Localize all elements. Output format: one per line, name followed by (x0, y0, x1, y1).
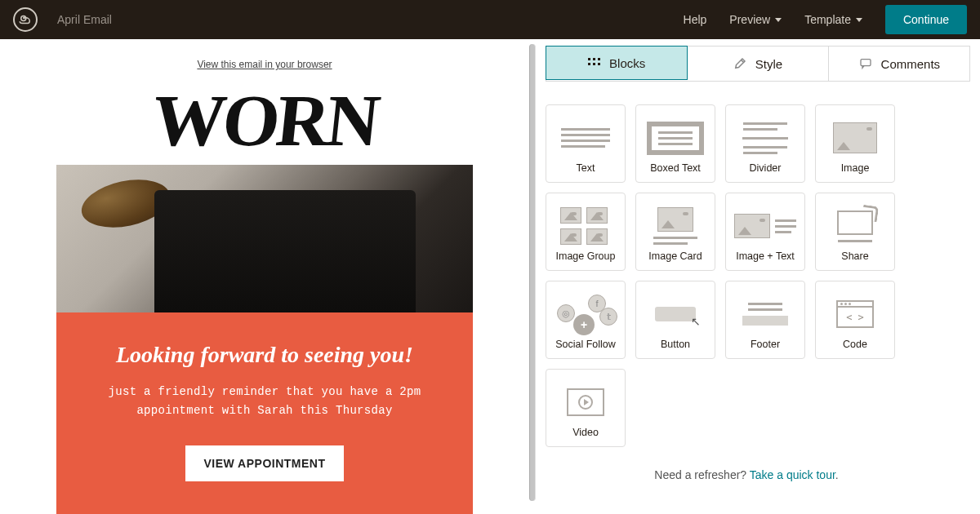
svg-rect-8 (861, 60, 871, 66)
comment-icon (858, 57, 873, 70)
tab-comments[interactable]: Comments (829, 47, 969, 81)
block-button[interactable]: ↖ Button (635, 281, 715, 359)
template-menu[interactable]: Template (804, 13, 862, 26)
svg-rect-6 (593, 63, 595, 65)
block-image-text[interactable]: Image + Text (725, 193, 805, 271)
svg-rect-3 (593, 58, 595, 60)
block-video[interactable]: Video (546, 369, 626, 447)
block-code[interactable]: < > Code (815, 281, 895, 359)
help-link[interactable]: Help (684, 13, 707, 26)
blocks-grid: Text Boxed Text Divider Image Image Grou… (546, 104, 980, 447)
brush-icon (733, 56, 747, 71)
preview-menu[interactable]: Preview (729, 13, 782, 26)
pane-resize-handle[interactable] (529, 44, 536, 501)
svg-rect-7 (598, 63, 600, 65)
brand-logo: WORN (149, 91, 380, 150)
chevron-down-icon (775, 18, 782, 22)
cursor-icon: ↖ (691, 315, 701, 328)
tab-label: Style (755, 57, 782, 71)
chevron-down-icon (856, 18, 862, 22)
block-share[interactable]: Share (815, 193, 895, 271)
cta-button[interactable]: VIEW APPOINTMENT (185, 445, 343, 481)
block-image[interactable]: Image (815, 104, 895, 183)
content-panel[interactable]: Looking forward to seeing you! just a fr… (56, 312, 473, 514)
tab-style[interactable]: Style (687, 47, 828, 81)
headline: Looking forward to seeing you! (89, 342, 440, 368)
mailchimp-logo-icon[interactable] (13, 7, 38, 32)
quick-tour-link[interactable]: Take a quick tour (750, 468, 835, 481)
campaign-title: April Email (57, 13, 112, 26)
tab-label: Comments (881, 57, 941, 71)
block-image-group[interactable]: Image Group (546, 193, 626, 271)
svg-point-1 (24, 17, 25, 19)
email-canvas[interactable]: View this email in your browser WORN Loo… (0, 39, 529, 514)
view-in-browser-link[interactable]: View this email in your browser (197, 59, 332, 70)
block-divider[interactable]: Divider (725, 104, 805, 183)
topbar: April Email Help Preview Template Contin… (0, 0, 980, 39)
block-text[interactable]: Text (546, 104, 626, 183)
svg-rect-5 (588, 63, 590, 65)
sidebar-tabs: Blocks Style Comments (546, 46, 970, 82)
svg-rect-4 (598, 58, 600, 60)
block-boxed-text[interactable]: Boxed Text (635, 104, 715, 183)
grid-icon (588, 58, 601, 68)
tab-blocks[interactable]: Blocks (546, 46, 688, 80)
tab-label: Blocks (609, 56, 645, 70)
continue-button[interactable]: Continue (885, 5, 967, 34)
block-image-card[interactable]: Image Card (635, 193, 715, 271)
help-footer: Need a refresher? Take a quick tour. (546, 468, 980, 481)
hero-image[interactable] (56, 165, 473, 312)
block-social-follow[interactable]: f𝕥◎+ Social Follow (546, 281, 626, 359)
svg-rect-2 (588, 58, 590, 60)
block-footer[interactable]: Footer (725, 281, 805, 359)
body-text: just a friendly reminder that you have a… (89, 383, 440, 419)
sidebar-panel: Blocks Style Comments Text (536, 39, 980, 514)
